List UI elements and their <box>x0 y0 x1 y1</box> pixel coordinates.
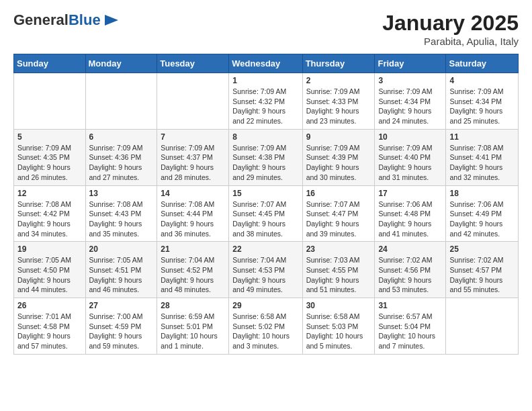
calendar-day-18: 18Sunrise: 7:06 AM Sunset: 4:49 PM Dayli… <box>446 185 519 242</box>
day-info: Sunrise: 7:05 AM Sunset: 4:50 PM Dayligh… <box>17 255 82 295</box>
day-info: Sunrise: 7:09 AM Sunset: 4:33 PM Dayligh… <box>306 87 371 126</box>
day-number: 8 <box>232 132 298 142</box>
day-header-sunday: Sunday <box>14 54 86 73</box>
day-info: Sunrise: 7:09 AM Sunset: 4:39 PM Dayligh… <box>306 143 371 183</box>
calendar-day-12: 12Sunrise: 7:08 AM Sunset: 4:42 PM Dayli… <box>14 185 86 242</box>
day-number: 9 <box>306 132 371 142</box>
day-info: Sunrise: 7:06 AM Sunset: 4:48 PM Dayligh… <box>378 199 442 239</box>
calendar-day-23: 23Sunrise: 7:03 AM Sunset: 4:55 PM Dayli… <box>302 242 375 298</box>
logo-blue-text: Blue <box>69 11 101 28</box>
day-info: Sunrise: 7:09 AM Sunset: 4:37 PM Dayligh… <box>161 143 225 183</box>
calendar-day-16: 16Sunrise: 7:07 AM Sunset: 4:47 PM Dayli… <box>302 185 375 242</box>
day-info: Sunrise: 7:09 AM Sunset: 4:35 PM Dayligh… <box>17 143 82 183</box>
calendar-empty-cell <box>446 298 519 355</box>
page: GeneralBlue January 2025 Parabita, Apuli… <box>0 0 532 365</box>
day-info: Sunrise: 7:07 AM Sunset: 4:47 PM Dayligh… <box>306 199 371 239</box>
day-number: 5 <box>17 132 82 142</box>
calendar-day-13: 13Sunrise: 7:08 AM Sunset: 4:43 PM Dayli… <box>85 185 157 242</box>
calendar-day-28: 28Sunrise: 6:59 AM Sunset: 5:01 PM Dayli… <box>157 298 229 355</box>
day-number: 29 <box>232 301 298 310</box>
calendar-day-25: 25Sunrise: 7:02 AM Sunset: 4:57 PM Dayli… <box>446 242 519 298</box>
calendar-day-9: 9Sunrise: 7:09 AM Sunset: 4:39 PM Daylig… <box>302 129 375 185</box>
day-number: 16 <box>306 189 371 198</box>
day-header-saturday: Saturday <box>446 54 519 73</box>
calendar-day-2: 2Sunrise: 7:09 AM Sunset: 4:33 PM Daylig… <box>302 73 375 130</box>
day-info: Sunrise: 6:57 AM Sunset: 5:04 PM Dayligh… <box>378 312 442 351</box>
calendar-day-6: 6Sunrise: 7:09 AM Sunset: 4:36 PM Daylig… <box>85 129 157 185</box>
day-number: 15 <box>232 189 298 198</box>
day-header-thursday: Thursday <box>302 54 375 73</box>
title-block: January 2025 Parabita, Apulia, Italy <box>382 11 519 47</box>
day-info: Sunrise: 7:09 AM Sunset: 4:34 PM Dayligh… <box>378 87 442 126</box>
svg-marker-0 <box>105 15 118 26</box>
day-number: 13 <box>89 189 154 198</box>
calendar-day-10: 10Sunrise: 7:09 AM Sunset: 4:40 PM Dayli… <box>375 129 446 185</box>
day-info: Sunrise: 7:09 AM Sunset: 4:40 PM Dayligh… <box>378 143 442 183</box>
calendar-day-11: 11Sunrise: 7:08 AM Sunset: 4:41 PM Dayli… <box>446 129 519 185</box>
calendar-day-20: 20Sunrise: 7:05 AM Sunset: 4:51 PM Dayli… <box>85 242 157 298</box>
day-info: Sunrise: 7:08 AM Sunset: 4:42 PM Dayligh… <box>17 199 82 239</box>
calendar-empty-cell <box>14 73 86 130</box>
day-header-wednesday: Wednesday <box>229 54 302 73</box>
day-info: Sunrise: 7:09 AM Sunset: 4:34 PM Dayligh… <box>449 87 515 126</box>
day-info: Sunrise: 7:02 AM Sunset: 4:56 PM Dayligh… <box>378 255 442 295</box>
month-title: January 2025 <box>382 11 519 36</box>
calendar-day-15: 15Sunrise: 7:07 AM Sunset: 4:45 PM Dayli… <box>229 185 302 242</box>
calendar-day-5: 5Sunrise: 7:09 AM Sunset: 4:35 PM Daylig… <box>14 129 86 185</box>
calendar-week-4: 19Sunrise: 7:05 AM Sunset: 4:50 PM Dayli… <box>14 242 519 298</box>
calendar-table: SundayMondayTuesdayWednesdayThursdayFrid… <box>13 54 519 355</box>
calendar-day-26: 26Sunrise: 7:01 AM Sunset: 4:58 PM Dayli… <box>14 298 86 355</box>
day-number: 2 <box>306 76 371 85</box>
day-header-monday: Monday <box>85 54 157 73</box>
day-info: Sunrise: 7:03 AM Sunset: 4:55 PM Dayligh… <box>306 255 371 295</box>
day-number: 20 <box>89 244 154 254</box>
calendar-day-27: 27Sunrise: 7:00 AM Sunset: 4:59 PM Dayli… <box>85 298 157 355</box>
logo-general-text: General <box>13 11 69 28</box>
day-number: 14 <box>161 189 225 198</box>
calendar-day-19: 19Sunrise: 7:05 AM Sunset: 4:50 PM Dayli… <box>14 242 86 298</box>
day-info: Sunrise: 7:04 AM Sunset: 4:53 PM Dayligh… <box>232 255 298 295</box>
day-number: 3 <box>378 76 442 85</box>
day-info: Sunrise: 7:00 AM Sunset: 4:59 PM Dayligh… <box>89 312 154 351</box>
day-number: 11 <box>449 132 515 142</box>
day-info: Sunrise: 7:05 AM Sunset: 4:51 PM Dayligh… <box>89 255 154 295</box>
day-number: 27 <box>89 301 154 310</box>
day-info: Sunrise: 6:58 AM Sunset: 5:03 PM Dayligh… <box>306 312 371 351</box>
day-number: 21 <box>161 244 225 254</box>
calendar-week-3: 12Sunrise: 7:08 AM Sunset: 4:42 PM Dayli… <box>14 185 519 242</box>
day-number: 26 <box>17 301 82 310</box>
day-info: Sunrise: 7:08 AM Sunset: 4:43 PM Dayligh… <box>89 199 154 239</box>
calendar-day-29: 29Sunrise: 6:58 AM Sunset: 5:02 PM Dayli… <box>229 298 302 355</box>
day-info: Sunrise: 6:59 AM Sunset: 5:01 PM Dayligh… <box>161 312 225 351</box>
calendar-day-17: 17Sunrise: 7:06 AM Sunset: 4:48 PM Dayli… <box>375 185 446 242</box>
day-number: 28 <box>161 301 225 310</box>
location: Parabita, Apulia, Italy <box>382 36 519 47</box>
day-info: Sunrise: 7:04 AM Sunset: 4:52 PM Dayligh… <box>161 255 225 295</box>
day-number: 19 <box>17 244 82 254</box>
day-info: Sunrise: 7:02 AM Sunset: 4:57 PM Dayligh… <box>449 255 515 295</box>
calendar-week-5: 26Sunrise: 7:01 AM Sunset: 4:58 PM Dayli… <box>14 298 519 355</box>
calendar-day-3: 3Sunrise: 7:09 AM Sunset: 4:34 PM Daylig… <box>375 73 446 130</box>
day-info: Sunrise: 6:58 AM Sunset: 5:02 PM Dayligh… <box>232 312 298 351</box>
logo: GeneralBlue <box>13 11 121 30</box>
day-number: 31 <box>378 301 442 310</box>
day-info: Sunrise: 7:08 AM Sunset: 4:41 PM Dayligh… <box>449 143 515 183</box>
day-number: 10 <box>378 132 442 142</box>
calendar-day-31: 31Sunrise: 6:57 AM Sunset: 5:04 PM Dayli… <box>375 298 446 355</box>
day-info: Sunrise: 7:09 AM Sunset: 4:38 PM Dayligh… <box>232 143 298 183</box>
day-info: Sunrise: 7:07 AM Sunset: 4:45 PM Dayligh… <box>232 199 298 239</box>
calendar-empty-cell <box>157 73 229 130</box>
calendar-day-22: 22Sunrise: 7:04 AM Sunset: 4:53 PM Dayli… <box>229 242 302 298</box>
day-number: 4 <box>449 76 515 85</box>
day-number: 25 <box>449 244 515 254</box>
day-number: 1 <box>232 76 298 85</box>
calendar-day-8: 8Sunrise: 7:09 AM Sunset: 4:38 PM Daylig… <box>229 129 302 185</box>
day-number: 22 <box>232 244 298 254</box>
day-header-tuesday: Tuesday <box>157 54 229 73</box>
day-number: 17 <box>378 189 442 198</box>
day-info: Sunrise: 7:06 AM Sunset: 4:49 PM Dayligh… <box>449 199 515 239</box>
logo-icon <box>102 11 121 30</box>
calendar-header-row: SundayMondayTuesdayWednesdayThursdayFrid… <box>14 54 519 73</box>
calendar-day-1: 1Sunrise: 7:09 AM Sunset: 4:32 PM Daylig… <box>229 73 302 130</box>
day-number: 23 <box>306 244 371 254</box>
